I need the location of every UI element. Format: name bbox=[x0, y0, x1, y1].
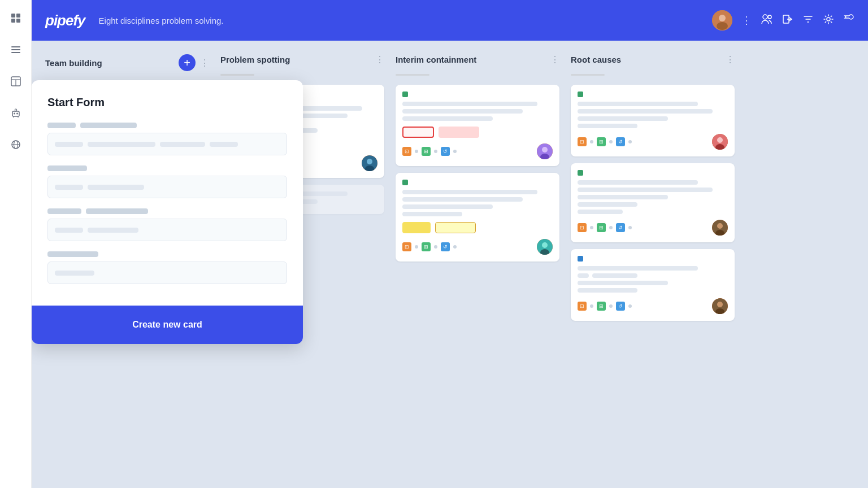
board: Team building + ⋮ bbox=[32, 41, 868, 488]
header-right: ⋮ bbox=[712, 10, 854, 30]
svg-point-22 bbox=[763, 15, 767, 19]
column-line bbox=[220, 74, 254, 76]
form-field-3 bbox=[47, 208, 287, 241]
card-line bbox=[578, 266, 698, 271]
sign-in-icon[interactable] bbox=[782, 14, 793, 28]
card-dot-blue bbox=[578, 256, 583, 262]
card-interim-2[interactable]: ⊡ ⊞ ↺ bbox=[396, 173, 559, 262]
input-bar bbox=[55, 228, 83, 233]
tag-yellow bbox=[402, 222, 431, 233]
card-dot-sm bbox=[415, 150, 418, 153]
card-icons: ⊡ ⊞ ↺ bbox=[402, 147, 457, 156]
header-left: pipefy Eight disciplines problem solving… bbox=[45, 12, 224, 29]
svg-rect-1 bbox=[16, 14, 20, 18]
card-icons: ⊡ ⊞ ↺ bbox=[578, 137, 632, 146]
input-bar bbox=[210, 142, 238, 147]
create-new-card-button[interactable]: Create new card bbox=[32, 306, 303, 344]
input-bar bbox=[88, 185, 144, 190]
sidebar-icon-table[interactable] bbox=[7, 72, 25, 90]
label-bar bbox=[47, 165, 87, 171]
form-input-2[interactable] bbox=[47, 176, 287, 198]
card-interim-1[interactable]: ⊡ ⊞ ↺ bbox=[396, 85, 559, 166]
card-dot-sm bbox=[415, 245, 418, 249]
start-form-body: Start Form bbox=[32, 80, 303, 306]
card-line bbox=[578, 288, 637, 293]
card-dot-sm bbox=[590, 140, 593, 143]
card-avatar bbox=[537, 143, 553, 159]
form-input-4[interactable] bbox=[47, 262, 287, 284]
column-menu-interim[interactable]: ⋮ bbox=[550, 54, 559, 65]
card-line bbox=[578, 124, 637, 128]
card-icon-green: ⊞ bbox=[597, 223, 606, 232]
label-bar bbox=[80, 123, 137, 128]
card-line bbox=[578, 273, 589, 278]
filter-icon[interactable] bbox=[802, 14, 814, 28]
column-add-button-team-building[interactable]: + bbox=[179, 54, 196, 71]
card-dot-sm bbox=[453, 150, 457, 153]
card-lines bbox=[578, 266, 728, 293]
tag-outline-red bbox=[402, 127, 434, 138]
column-title-left: Team building bbox=[45, 58, 102, 68]
form-field-label-2 bbox=[47, 165, 287, 171]
svg-point-34 bbox=[542, 147, 548, 152]
card-icons: ⊡ ⊞ ↺ bbox=[578, 223, 632, 232]
form-input-bars bbox=[55, 271, 94, 276]
card-icon-orange: ⊡ bbox=[578, 223, 587, 232]
card-line bbox=[402, 116, 493, 121]
card-line bbox=[402, 109, 523, 114]
sidebar-icon-grid[interactable] bbox=[7, 9, 25, 27]
header: pipefy Eight disciplines problem solving… bbox=[32, 0, 868, 41]
svg-point-20 bbox=[719, 15, 726, 21]
sidebar-icon-globe[interactable] bbox=[7, 136, 25, 154]
card-rc-2[interactable]: ⊡ ⊞ ↺ bbox=[571, 163, 735, 242]
card-icon-orange: ⊡ bbox=[402, 147, 411, 156]
input-bar bbox=[55, 185, 83, 190]
card-lines bbox=[402, 190, 553, 216]
settings-icon[interactable] bbox=[823, 14, 834, 28]
people-icon[interactable] bbox=[761, 14, 773, 28]
column-interim-containment: Interim containment ⋮ bbox=[396, 54, 559, 474]
sidebar-icon-list[interactable] bbox=[7, 41, 25, 59]
svg-rect-10 bbox=[12, 111, 19, 116]
card-icon-green: ⊞ bbox=[597, 302, 606, 311]
card-avatar bbox=[712, 134, 728, 150]
form-input-bars bbox=[55, 228, 138, 233]
card-icon-blue: ↺ bbox=[441, 147, 450, 156]
label-bar bbox=[86, 208, 148, 214]
svg-point-23 bbox=[768, 15, 771, 19]
column-header-problem-spotting: Problem spotting ⋮ bbox=[220, 54, 384, 65]
card-dot-sm bbox=[453, 245, 457, 249]
card-dot-green bbox=[578, 170, 583, 176]
column-menu-problem-spotting[interactable]: ⋮ bbox=[375, 54, 384, 65]
svg-rect-4 bbox=[11, 46, 20, 47]
form-input-1[interactable] bbox=[47, 133, 287, 155]
svg-rect-2 bbox=[11, 19, 15, 23]
sidebar-icon-robot[interactable] bbox=[7, 104, 25, 122]
avatar-header[interactable] bbox=[712, 10, 732, 30]
card-dot-sm bbox=[434, 150, 437, 153]
input-bar bbox=[88, 142, 155, 147]
card-line bbox=[578, 195, 668, 199]
tag-pink bbox=[439, 127, 479, 138]
card-rc-1[interactable]: ⊡ ⊞ ↺ bbox=[571, 85, 735, 156]
tag-yellow-outline bbox=[435, 222, 476, 233]
card-dot-green2 bbox=[402, 180, 408, 185]
card-line bbox=[578, 116, 668, 121]
column-menu-team-building[interactable]: ⋮ bbox=[200, 58, 209, 68]
column-menu-root-causes[interactable]: ⋮ bbox=[726, 54, 735, 65]
more-dots-icon[interactable]: ⋮ bbox=[741, 14, 752, 27]
svg-rect-0 bbox=[11, 14, 15, 18]
svg-point-12 bbox=[16, 113, 18, 115]
svg-point-46 bbox=[717, 302, 723, 307]
card-line bbox=[592, 273, 637, 278]
card-rc-3[interactable]: ⊡ ⊞ ↺ bbox=[571, 249, 735, 321]
svg-point-37 bbox=[542, 242, 548, 248]
input-bar bbox=[160, 142, 205, 147]
form-input-3[interactable] bbox=[47, 219, 287, 241]
input-bar bbox=[55, 271, 94, 276]
card-dot-green bbox=[578, 91, 583, 97]
card-lines bbox=[578, 102, 728, 128]
wrench-icon[interactable] bbox=[843, 14, 854, 28]
input-bar bbox=[55, 142, 83, 147]
column-header-interim: Interim containment ⋮ bbox=[396, 54, 559, 65]
